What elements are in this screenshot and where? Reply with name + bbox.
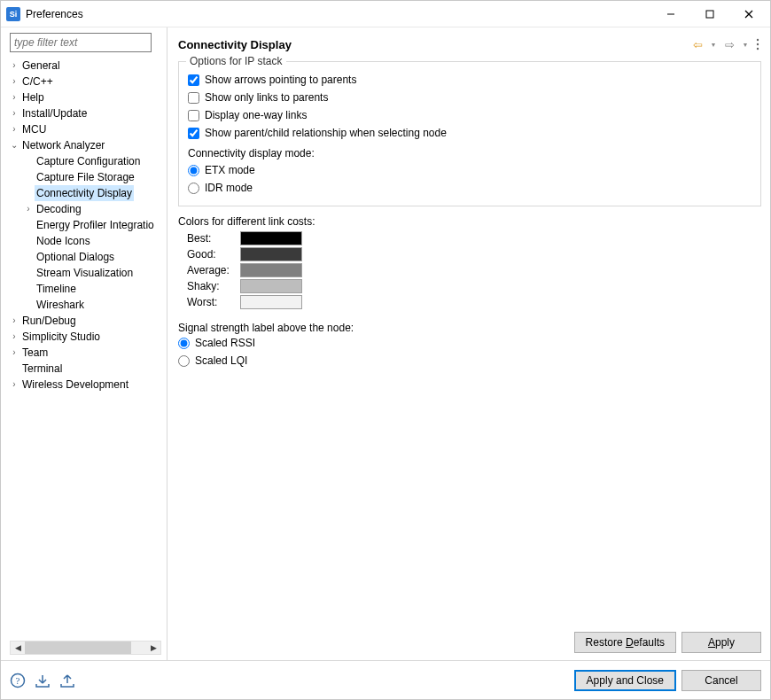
tree-item[interactable]: ›Install/Update — [6, 105, 165, 121]
tree-item-label: C/C++ — [20, 74, 55, 89]
tree-item[interactable]: ›Connectivity Display — [6, 185, 165, 201]
maximize-button[interactable] — [690, 2, 729, 27]
preferences-tree[interactable]: ›General›C/C++›Help›Install/Update›MCU⌄N… — [6, 58, 167, 637]
tree-item[interactable]: ›Help — [6, 89, 165, 105]
tree-item[interactable]: ›Wireless Development — [6, 377, 165, 393]
color-row-label: Shaky: — [187, 280, 240, 292]
tree-item[interactable]: ›Stream Visualization — [6, 265, 165, 281]
tree-item[interactable]: ⌄Network Analyzer — [6, 137, 165, 153]
scroll-right-arrow-icon[interactable]: ▶ — [146, 642, 160, 654]
ip-option-check[interactable]: Show only links to parents — [188, 89, 752, 106]
tree-item[interactable]: ›Run/Debug — [6, 313, 165, 329]
tree-item-label: Wireless Development — [20, 377, 130, 393]
nav-forward-icon[interactable]: ⇨ — [722, 37, 736, 51]
view-menu-icon[interactable] — [754, 38, 761, 51]
chevron-right-icon[interactable]: › — [8, 123, 20, 136]
signal-strength-radio[interactable]: Scaled LQI — [178, 352, 761, 369]
ip-option-check[interactable]: Show arrows pointing to parents — [188, 71, 752, 89]
tree-item-label: Capture File Storage — [35, 169, 136, 185]
tree-item[interactable]: ›Decoding — [6, 201, 165, 217]
connectivity-mode-radio[interactable]: ETX mode — [188, 161, 752, 179]
ip-option-check[interactable]: Display one-way links — [188, 106, 752, 124]
tree-item-label: MCU — [20, 121, 48, 137]
tree-item-label: Team — [20, 345, 50, 361]
filter-input[interactable] — [10, 33, 152, 52]
connectivity-mode-radio[interactable]: IDR mode — [188, 179, 752, 197]
chevron-right-icon[interactable]: › — [8, 315, 20, 327]
tree-item-label: Energy Profiler Integratio — [35, 217, 156, 233]
connectivity-mode-label: Connectivity display mode: — [188, 147, 752, 159]
minimize-button[interactable] — [651, 2, 690, 27]
checkbox[interactable] — [188, 92, 199, 104]
tree-item-label: Network Analyzer — [20, 137, 106, 153]
tree-item[interactable]: ›Simplicity Studio — [6, 329, 165, 345]
chevron-down-icon[interactable]: ⌄ — [8, 139, 20, 152]
import-preferences-icon[interactable] — [35, 673, 51, 688]
tree-horizontal-scrollbar[interactable]: ◀ ▶ — [10, 641, 161, 655]
ip-stack-group: Options for IP stack Show arrows pointin… — [178, 61, 761, 206]
apply-button[interactable]: Apply — [681, 632, 761, 653]
tree-item[interactable]: ›Timeline — [6, 281, 165, 297]
help-icon[interactable]: ? — [10, 673, 26, 688]
tree-item[interactable]: ›Optional Dialogs — [6, 249, 165, 265]
window-title: Preferences — [26, 8, 651, 20]
cancel-button[interactable]: Cancel — [681, 670, 761, 691]
chevron-right-icon[interactable]: › — [22, 203, 35, 215]
svg-point-4 — [757, 39, 759, 41]
chevron-right-icon[interactable]: › — [8, 346, 20, 359]
tree-item[interactable]: ›Wireshark — [6, 297, 165, 313]
restore-defaults-button[interactable]: Restore Defaults — [574, 632, 676, 653]
color-swatch[interactable] — [240, 263, 302, 277]
tree-item[interactable]: ›General — [6, 58, 165, 74]
radio[interactable] — [178, 338, 190, 349]
tree-item[interactable]: ›Terminal — [6, 361, 165, 377]
radio-label: Scaled RSSI — [195, 337, 255, 349]
color-swatch[interactable] — [240, 231, 302, 245]
nav-forward-dropdown-icon[interactable]: ▼ — [738, 37, 752, 51]
color-swatch[interactable] — [240, 247, 302, 261]
radio-label: ETX mode — [205, 164, 255, 176]
tree-item[interactable]: ›MCU — [6, 121, 165, 137]
checkbox-label: Display one-way links — [205, 109, 307, 121]
tree-item[interactable]: ›Capture File Storage — [6, 169, 165, 185]
chevron-right-icon[interactable]: › — [8, 107, 20, 120]
signal-strength-radio[interactable]: Scaled RSSI — [178, 334, 761, 352]
ip-option-check[interactable]: Show parent/child relationship when sele… — [188, 124, 752, 142]
nav-back-dropdown-icon[interactable]: ▼ — [706, 37, 720, 51]
close-button[interactable] — [729, 2, 768, 27]
apply-and-close-button[interactable]: Apply and Close — [574, 670, 676, 691]
chevron-right-icon[interactable]: › — [8, 75, 20, 88]
radio[interactable] — [178, 355, 190, 367]
tree-item[interactable]: ›Node Icons — [6, 233, 165, 249]
checkbox[interactable] — [188, 128, 199, 139]
preferences-window: Si Preferences ›General›C/C++›Help›Insta… — [0, 0, 771, 700]
checkbox[interactable] — [188, 74, 199, 86]
chevron-right-icon[interactable]: › — [8, 91, 20, 104]
checkbox-label: Show parent/child relationship when sele… — [205, 127, 447, 139]
chevron-right-icon[interactable]: › — [8, 59, 20, 72]
app-icon: Si — [6, 7, 20, 21]
svg-point-5 — [757, 43, 759, 45]
sidebar: ›General›C/C++›Help›Install/Update›MCU⌄N… — [1, 27, 167, 660]
chevron-right-icon[interactable]: › — [8, 331, 20, 343]
export-preferences-icon[interactable] — [59, 673, 75, 688]
color-row-label: Best: — [187, 232, 240, 245]
tree-item-label: Help — [20, 89, 46, 105]
checkbox[interactable] — [188, 110, 199, 121]
radio[interactable] — [188, 183, 199, 194]
scroll-left-arrow-icon[interactable]: ◀ — [11, 642, 25, 654]
color-swatch[interactable] — [240, 279, 302, 293]
tree-item[interactable]: ›Energy Profiler Integratio — [6, 217, 165, 233]
titlebar: Si Preferences — [1, 1, 770, 27]
chevron-right-icon[interactable]: › — [8, 378, 20, 391]
tree-item-label: Timeline — [35, 281, 78, 297]
checkbox-label: Show arrows pointing to parents — [205, 74, 356, 86]
nav-back-icon[interactable]: ⇦ — [690, 37, 705, 51]
tree-item[interactable]: ›Capture Configuration — [6, 153, 165, 169]
tree-item-label: Install/Update — [20, 105, 89, 121]
color-swatch[interactable] — [240, 295, 302, 309]
scroll-thumb[interactable] — [25, 642, 131, 654]
radio[interactable] — [188, 165, 199, 176]
tree-item[interactable]: ›Team — [6, 345, 165, 361]
tree-item[interactable]: ›C/C++ — [6, 74, 165, 89]
